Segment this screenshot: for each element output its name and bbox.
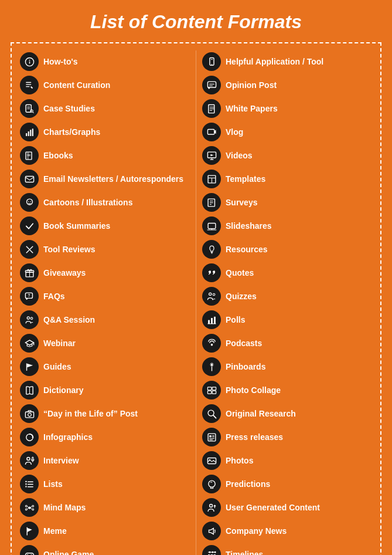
list-item: Dictionary	[18, 379, 192, 401]
item-icon	[20, 498, 39, 517]
svg-marker-39	[32, 436, 34, 438]
svg-rect-14	[32, 128, 33, 136]
list-item: Vlog	[200, 121, 374, 143]
item-label: Webinar	[43, 339, 76, 348]
item-label: Quotes	[226, 268, 254, 278]
svg-rect-36	[25, 412, 33, 418]
svg-point-97	[210, 344, 213, 346]
item-label: Infographics	[43, 432, 93, 442]
item-label: Interview	[43, 456, 79, 466]
list-item: Mind Maps	[18, 496, 192, 519]
svg-point-56	[32, 509, 33, 510]
svg-rect-74	[207, 129, 214, 134]
svg-rect-86	[208, 223, 216, 228]
svg-point-32	[30, 317, 33, 320]
svg-line-55	[30, 506, 32, 507]
item-icon	[20, 263, 39, 282]
item-icon	[20, 451, 39, 470]
item-label: Helpful Application / Tool	[226, 57, 323, 67]
list-item: How-to's	[18, 50, 192, 73]
list-item: Podcasts	[200, 332, 374, 354]
svg-rect-100	[212, 387, 216, 390]
item-icon	[202, 263, 221, 282]
svg-point-40	[26, 457, 29, 460]
svg-point-91	[209, 293, 211, 295]
item-label: Charts/Graphs	[43, 127, 100, 137]
item-label: Photo Collage	[226, 385, 281, 395]
item-label: Press releases	[226, 432, 283, 442]
item-icon	[20, 193, 39, 212]
svg-point-114	[209, 504, 212, 507]
item-label: Resources	[226, 245, 268, 255]
list-item: Ebooks	[18, 144, 192, 167]
item-label: Templates	[226, 174, 265, 184]
svg-rect-2	[29, 61, 29, 63]
item-icon	[20, 76, 39, 94]
svg-point-65	[211, 64, 212, 65]
list-item: “Day in the Life of” Post	[18, 402, 192, 425]
list-item: Opinion Post	[200, 74, 374, 96]
item-icon	[20, 146, 39, 165]
item-icon	[20, 170, 39, 188]
item-label: Cartoons / Illustrations	[43, 198, 132, 208]
item-icon	[20, 52, 39, 71]
item-label: Vlog	[226, 127, 243, 137]
item-label: Q&A Session	[43, 315, 95, 325]
svg-point-9	[30, 110, 32, 112]
item-icon	[202, 357, 221, 376]
item-label: “Day in the Life of” Post	[43, 409, 138, 419]
item-icon	[202, 334, 221, 353]
svg-rect-47	[25, 486, 26, 487]
item-icon	[20, 428, 39, 446]
list-item: Original Research	[200, 402, 374, 425]
list-item: Timelines	[200, 543, 374, 555]
item-icon	[202, 287, 221, 306]
item-icon	[202, 451, 221, 470]
item-icon	[202, 475, 221, 493]
item-icon	[20, 240, 39, 259]
left-column: How-to'sContent CurationCase StudiesChar…	[18, 50, 192, 555]
svg-point-118	[214, 551, 216, 553]
list-item: Tool Reviews	[18, 238, 192, 260]
list-item: Surveys	[200, 191, 374, 214]
item-icon	[20, 123, 39, 141]
list-item: Press releases	[200, 426, 374, 448]
list-item: Templates	[200, 168, 374, 190]
item-icon	[20, 381, 39, 400]
item-label: Giveaways	[43, 268, 86, 278]
svg-point-52	[25, 509, 27, 510]
item-icon	[20, 99, 39, 118]
svg-line-51	[27, 506, 29, 507]
item-label: Online Game	[43, 550, 94, 555]
page-title: List of Content Formats	[11, 11, 381, 33]
item-label: Content Curation	[43, 80, 110, 90]
item-icon	[202, 404, 221, 423]
item-icon	[202, 545, 221, 555]
svg-point-54	[32, 505, 33, 507]
svg-point-22	[30, 201, 30, 202]
item-icon	[202, 170, 221, 188]
list-item: Online Game	[18, 543, 192, 555]
svg-rect-7	[27, 107, 30, 107]
list-item: Book Summaries	[18, 215, 192, 237]
item-label: Predictions	[226, 479, 270, 489]
item-icon	[202, 522, 221, 540]
item-label: Case Studies	[43, 104, 95, 114]
list-item: Slideshares	[200, 215, 374, 237]
list-item: Email Newsletters / Autoresponders	[18, 168, 192, 190]
item-label: Quizzes	[226, 292, 257, 302]
svg-rect-17	[27, 154, 30, 155]
item-label: Dictionary	[43, 385, 83, 395]
list-item: Lists	[18, 473, 192, 495]
svg-rect-101	[207, 391, 211, 394]
list-item: Polls	[200, 309, 374, 331]
svg-line-25	[26, 250, 29, 253]
list-item: Quotes	[200, 262, 374, 284]
item-label: Book Summaries	[43, 221, 110, 231]
svg-point-31	[27, 317, 29, 319]
list-item: Cartoons / Illustrations	[18, 191, 192, 214]
list-item: Photos	[200, 449, 374, 472]
list-item: ?FAQs	[18, 285, 192, 307]
item-label: Videos	[226, 151, 253, 161]
list-item: Giveaways	[18, 262, 192, 284]
